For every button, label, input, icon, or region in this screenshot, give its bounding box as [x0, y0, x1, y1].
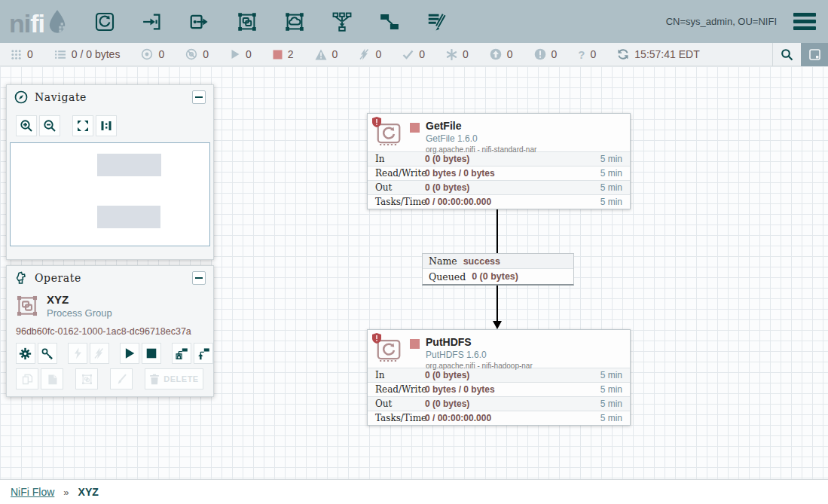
refresh-icon[interactable] — [617, 48, 629, 60]
enable-button[interactable] — [68, 343, 87, 364]
nifi-drop-icon — [47, 9, 68, 35]
upload-template-button[interactable] — [194, 343, 213, 364]
processor-name: GetFile — [426, 120, 536, 131]
component-id: 96db60fc-0162-1000-1ac8-dc96718ec37a — [7, 320, 213, 338]
stat-stale: 0 — [490, 48, 513, 60]
process-group-tool-icon[interactable] — [236, 11, 258, 33]
delete-button-label: DELETE — [163, 374, 198, 383]
stop-button[interactable] — [142, 343, 161, 364]
flow-canvas[interactable]: Navigate Operate XYZ Process Group — [0, 66, 828, 479]
paste-button[interactable] — [41, 368, 63, 389]
navigate-minimize-button[interactable] — [192, 90, 206, 104]
stat-invalid: 0 — [315, 48, 338, 60]
connection-queued-label: Queued — [429, 271, 466, 283]
stat-stopped: 2 — [273, 48, 294, 60]
not-transmitting-icon — [185, 48, 197, 60]
refresh-time: 15:57:41 EDT — [634, 48, 699, 60]
component-type: Process Group — [47, 307, 112, 319]
queued-list-icon — [54, 49, 66, 60]
minimap-processor-rect — [97, 154, 161, 176]
navigate-title: Navigate — [35, 91, 87, 103]
bolt-slash-icon — [359, 48, 370, 60]
configure-button[interactable] — [16, 343, 35, 364]
canvas-frame-button[interactable] — [801, 43, 828, 66]
selected-component: XYZ Process Group — [7, 290, 213, 320]
funnel-tool-icon[interactable] — [331, 11, 353, 33]
save-template-button[interactable] — [172, 343, 191, 364]
compass-icon — [14, 90, 28, 104]
stat-up-to-date: 0 — [402, 48, 425, 60]
connection-label[interactable]: Name success Queued 0 (0 bytes) — [422, 253, 574, 286]
question-icon: ? — [578, 48, 585, 61]
operate-panel: Operate XYZ Process Group 96db60fc-0162-… — [6, 265, 214, 397]
zoom-in-button[interactable] — [16, 115, 37, 136]
operate-minimize-button[interactable] — [192, 271, 206, 285]
stat-sync-failure: ? 0 — [578, 48, 596, 61]
restricted-shield-icon — [372, 117, 381, 127]
disable-button[interactable] — [90, 343, 109, 364]
stat-locally-modified-stale: 0 — [534, 48, 558, 60]
app-header: nifi CN=sys_admin, OU=NIFI — [0, 0, 828, 43]
hand-icon — [14, 271, 28, 285]
status-bar: 0 0 / 0 bytes 0 0 0 2 0 0 0 0 0 0 — [0, 43, 828, 66]
birdseye-minimap[interactable] — [10, 142, 210, 246]
stat-row-readwrite: Read/Write0 bytes / 0 bytes5 min — [368, 166, 630, 180]
processor-getfile[interactable]: GetFile GetFile 1.6.0 org.apache.nifi - … — [367, 113, 631, 209]
input-port-tool-icon[interactable] — [141, 11, 163, 33]
exclamation-circle-icon — [534, 48, 546, 60]
nifi-logo: nifi — [9, 9, 68, 35]
running-play-icon — [230, 49, 240, 60]
stat-not-transmitting: 0 — [185, 48, 209, 60]
current-user[interactable]: CN=sys_admin, OU=NIFI — [666, 16, 777, 27]
stopped-state-icon — [410, 123, 420, 133]
breadcrumb-root-link[interactable]: NiFi Flow — [11, 486, 54, 498]
global-menu-icon[interactable] — [793, 13, 816, 30]
processor-puthdfs[interactable]: PutHDFS PutHDFS 1.6.0 org.apache.nifi - … — [367, 329, 631, 426]
component-toolbar — [93, 11, 448, 33]
asterisk-icon — [446, 49, 457, 60]
stat-active-threads: 0 — [11, 48, 33, 60]
access-policies-button[interactable] — [38, 343, 57, 364]
connection-name-value: success — [463, 256, 500, 267]
processor-type-version: GetFile 1.6.0 — [426, 131, 536, 143]
stat-row-out: Out0 (0 bytes)5 min — [368, 396, 630, 411]
label-tool-icon[interactable] — [426, 11, 448, 33]
operate-title: Operate — [35, 272, 81, 284]
stat-locally-modified: 0 — [446, 48, 469, 60]
group-button[interactable] — [75, 368, 98, 389]
check-icon — [402, 50, 414, 60]
restricted-shield-icon — [372, 333, 381, 344]
stat-transmitting: 0 — [141, 48, 164, 60]
transmitting-icon — [141, 48, 153, 60]
template-tool-icon[interactable] — [378, 11, 401, 33]
connection-name-label: Name — [429, 255, 457, 267]
remote-process-group-tool-icon[interactable] — [283, 11, 306, 33]
process-group-icon — [14, 293, 40, 319]
output-port-tool-icon[interactable] — [188, 11, 211, 33]
actual-size-button[interactable] — [96, 115, 117, 136]
warning-triangle-icon — [315, 49, 327, 60]
processor-tool-icon[interactable] — [93, 11, 116, 33]
zoom-out-button[interactable] — [39, 115, 60, 136]
logo-text-fi: fi — [30, 12, 44, 35]
connection-arrowhead — [493, 321, 502, 329]
stat-row-tasks: Tasks/Time0 / 00:00:00.0005 min — [368, 194, 630, 209]
start-button[interactable] — [120, 343, 139, 364]
processor-name: PutHDFS — [426, 336, 533, 347]
breadcrumb: NiFi Flow » XYZ — [0, 479, 828, 504]
processor-bundle: org.apache.nifi - nifi-hadoop-nar — [426, 359, 533, 370]
copy-button[interactable] — [16, 368, 38, 389]
stat-disabled: 0 — [359, 48, 381, 60]
processor-bundle: org.apache.nifi - nifi-standard-nar — [426, 143, 536, 154]
processor-type-version: PutHDFS 1.6.0 — [426, 347, 533, 359]
stat-queued: 0 / 0 bytes — [54, 48, 121, 60]
breadcrumb-current: XYZ — [78, 486, 99, 498]
delete-button[interactable]: DELETE — [145, 368, 203, 389]
color-button[interactable] — [110, 368, 133, 389]
stat-running: 0 — [230, 48, 252, 60]
stat-row-readwrite: Read/Write0 bytes / 0 bytes5 min — [368, 382, 630, 396]
search-button[interactable] — [772, 43, 801, 66]
fit-button[interactable] — [72, 115, 93, 136]
stat-row-tasks: Tasks/Time0 / 00:00:00.0005 min — [368, 411, 630, 425]
arrow-up-circle-icon — [490, 48, 502, 60]
